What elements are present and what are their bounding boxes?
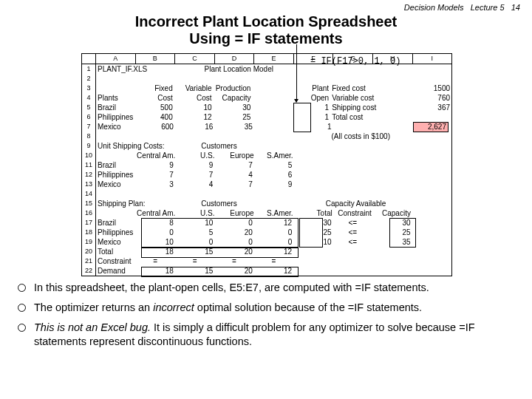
cell-I2 bbox=[412, 74, 451, 83]
cell-E10: S.Amer. bbox=[256, 151, 295, 160]
cell-F22 bbox=[293, 266, 332, 276]
cell-B6: 400 bbox=[135, 112, 174, 122]
cell-B17: 8 bbox=[135, 218, 174, 228]
cell-G19: <= bbox=[333, 237, 372, 247]
row-header-17: 17 bbox=[82, 218, 96, 228]
cell-B22: 18 bbox=[135, 266, 174, 276]
cell-A2 bbox=[96, 74, 135, 83]
cell-C22: 15 bbox=[175, 266, 214, 276]
cell-I14 bbox=[412, 189, 451, 199]
row-header-9: 9 bbox=[82, 141, 96, 151]
cell-A18: Philippines bbox=[96, 228, 135, 237]
cell-F8 bbox=[291, 132, 330, 141]
row-header-10: 10 bbox=[82, 151, 96, 160]
cell-D4: Capacity bbox=[214, 93, 253, 103]
cell-H13 bbox=[372, 180, 412, 189]
cell-G6: Total cost bbox=[330, 112, 412, 122]
column-header-row: A B C D E F G H I bbox=[82, 54, 451, 64]
cell-I4: 760 bbox=[412, 93, 451, 103]
row-header-20: 20 bbox=[82, 247, 96, 256]
cell-A21: Constraint bbox=[96, 256, 135, 266]
cell-E12: 6 bbox=[254, 170, 293, 180]
col-E: E bbox=[254, 54, 294, 64]
cell-D19: 0 bbox=[214, 237, 253, 247]
cell-I3: 1500 bbox=[412, 83, 451, 93]
row-9: 9Unit Shipping Costs:Customers bbox=[82, 141, 451, 151]
row-header-8: 8 bbox=[82, 132, 96, 141]
cell-I18 bbox=[412, 228, 451, 237]
cell-D21: = bbox=[214, 256, 253, 266]
cell-F1 bbox=[300, 64, 338, 74]
cell-F3: Plant bbox=[291, 83, 330, 93]
cell-D5: 30 bbox=[214, 103, 253, 112]
cell-C7: 16 bbox=[175, 122, 214, 132]
cell-H21 bbox=[372, 256, 412, 266]
cell-C8 bbox=[174, 132, 214, 141]
cell-E17: 12 bbox=[254, 218, 293, 228]
cell-G5: Shipping cost bbox=[330, 103, 412, 112]
cell-D8 bbox=[213, 132, 252, 141]
row-13: 13Mexico3479 bbox=[82, 180, 451, 189]
cell-G4: Variable cost bbox=[330, 93, 412, 103]
cell-E22: 12 bbox=[254, 266, 293, 276]
cell-F20 bbox=[293, 247, 332, 256]
cell-I10 bbox=[412, 151, 451, 160]
cell-G1 bbox=[338, 64, 375, 74]
cell-E18: 0 bbox=[254, 228, 293, 237]
cell-F2 bbox=[293, 74, 332, 83]
cell-H7 bbox=[372, 122, 412, 132]
col-H: H bbox=[373, 54, 413, 64]
cell-B13: 3 bbox=[135, 180, 174, 189]
total-cost-highlight: 2,627 bbox=[413, 122, 449, 132]
cell-D7: 35 bbox=[214, 122, 253, 132]
row-header-21: 21 bbox=[82, 256, 96, 266]
cell-B3: Fixed bbox=[135, 83, 174, 93]
cell-A10 bbox=[96, 151, 135, 160]
cell-C11: 9 bbox=[175, 160, 214, 170]
course: Decision Models bbox=[404, 3, 464, 12]
cell-F6: 1 bbox=[291, 112, 330, 122]
cell-C1: Plant Location Model bbox=[178, 64, 300, 74]
cell-H16: Capacity bbox=[373, 208, 412, 218]
cell-C9: Customers bbox=[178, 141, 260, 151]
cell-I6 bbox=[412, 112, 451, 122]
row-10: 10Central Am.U.S.EuropeS.Amer. bbox=[82, 151, 451, 160]
cell-G16: Constraint bbox=[334, 208, 373, 218]
cell-B2 bbox=[135, 74, 174, 83]
cell-I1 bbox=[414, 64, 451, 74]
cell-C14 bbox=[175, 189, 214, 199]
cell-C19: 0 bbox=[175, 237, 214, 247]
cell-A9: Unit Shipping Costs: bbox=[96, 141, 178, 151]
cell-G2 bbox=[333, 74, 372, 83]
row-header-15: 15 bbox=[82, 199, 96, 208]
cell-B19: 10 bbox=[135, 237, 174, 247]
row-header-13: 13 bbox=[82, 180, 96, 189]
cell-A14 bbox=[96, 189, 135, 199]
cell-E11: 5 bbox=[254, 160, 293, 170]
cell-B11: 9 bbox=[135, 160, 174, 170]
cell-A4: Plants bbox=[96, 93, 135, 103]
cell-C13: 4 bbox=[175, 180, 214, 189]
cell-G10 bbox=[334, 151, 373, 160]
cell-H22 bbox=[372, 266, 412, 276]
col-A: A bbox=[96, 54, 136, 64]
cell-E5 bbox=[252, 103, 291, 112]
cell-E21: = bbox=[254, 256, 293, 266]
bullet-2: The optimizer returns an incorrect optim… bbox=[18, 301, 517, 315]
row-header-19: 19 bbox=[82, 237, 96, 247]
row-11: 11Brazil9975 bbox=[82, 160, 451, 170]
cell-A19: Mexico bbox=[96, 237, 135, 247]
cell-G3: Fixed cost bbox=[330, 83, 412, 93]
row-header-3: 3 bbox=[82, 83, 96, 93]
row-22: 22Demand18152012 bbox=[82, 266, 451, 276]
cell-G7 bbox=[333, 122, 372, 132]
cell-D6: 25 bbox=[214, 112, 253, 122]
cell-D13: 7 bbox=[214, 180, 253, 189]
col-B: B bbox=[136, 54, 176, 64]
cell-H14 bbox=[372, 189, 412, 199]
cell-E7 bbox=[254, 122, 293, 132]
cell-E3 bbox=[252, 83, 291, 93]
row-header-14: 14 bbox=[82, 189, 96, 199]
cell-F10 bbox=[295, 151, 334, 160]
cell-H20 bbox=[372, 247, 412, 256]
